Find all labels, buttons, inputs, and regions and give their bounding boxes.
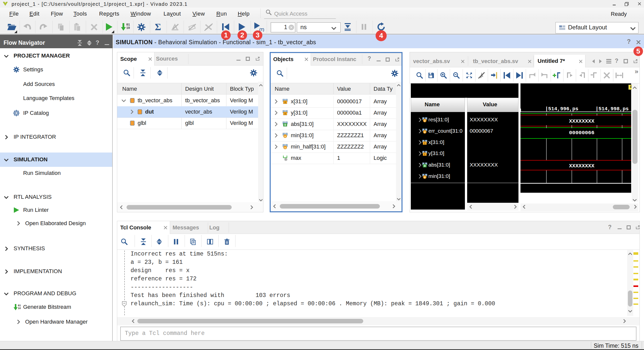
svg-text:v: v bbox=[424, 131, 426, 133]
svg-text:01: 01 bbox=[126, 23, 130, 27]
svg-text:I: I bbox=[285, 112, 286, 115]
svg-text:I: I bbox=[424, 153, 425, 156]
svg-text:I: I bbox=[285, 101, 286, 104]
svg-text:0: 0 bbox=[284, 123, 286, 126]
svg-text:10: 10 bbox=[126, 26, 130, 30]
svg-text:v: v bbox=[285, 146, 286, 149]
svg-text:0: 0 bbox=[424, 164, 425, 167]
svg-text:v: v bbox=[424, 119, 426, 122]
svg-text:01: 01 bbox=[18, 304, 21, 307]
svg-text:v: v bbox=[285, 135, 286, 138]
svg-text:v: v bbox=[424, 176, 426, 179]
svg-text:10: 10 bbox=[18, 307, 21, 310]
svg-text:I: I bbox=[424, 142, 425, 145]
